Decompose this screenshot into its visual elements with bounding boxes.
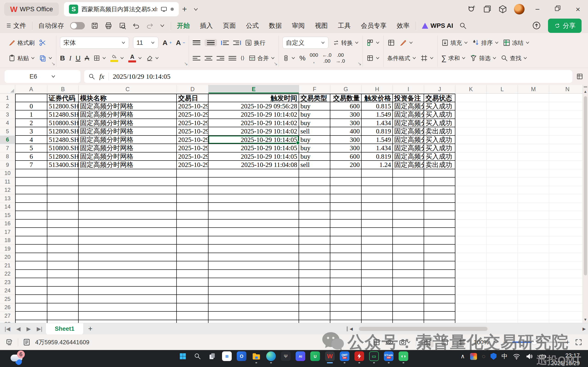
row-header-24[interactable]: 24: [0, 287, 15, 295]
format-painter-button[interactable]: 格式刷: [8, 39, 35, 47]
font-size-select[interactable]: 11: [133, 37, 158, 49]
cell-H5[interactable]: 0.819: [362, 127, 393, 136]
cell-B14[interactable]: [47, 203, 79, 211]
row-header-19[interactable]: 19: [0, 245, 15, 253]
cell-I25[interactable]: [393, 295, 424, 303]
comma-style-button[interactable]: 000,: [310, 52, 318, 64]
cell-L8[interactable]: [487, 152, 518, 161]
cell-N16[interactable]: [549, 220, 582, 228]
cell-E18[interactable]: [208, 236, 299, 245]
cell-J12[interactable]: [424, 186, 455, 194]
cell-M13[interactable]: [518, 194, 549, 203]
cell-D28[interactable]: [177, 320, 208, 323]
fill-button[interactable]: 填充: [441, 39, 468, 47]
cell-E25[interactable]: [208, 295, 299, 303]
fullscreen-icon[interactable]: [575, 338, 582, 346]
start-button[interactable]: [178, 351, 188, 366]
cell-B17[interactable]: [47, 228, 79, 236]
cell-I20[interactable]: [393, 253, 424, 262]
text-orientation-button[interactable]: ⟨⟩: [240, 55, 244, 61]
cell-J28[interactable]: [424, 320, 455, 323]
cell-A17[interactable]: [15, 228, 47, 236]
cell-I2[interactable]: 固定高频分时网格: [393, 102, 424, 111]
search-button[interactable]: [459, 22, 467, 30]
cell-K13[interactable]: [455, 194, 487, 203]
cell-M2[interactable]: [518, 102, 549, 111]
cell-A21[interactable]: [15, 261, 47, 270]
cell-E10[interactable]: [208, 169, 299, 178]
cell-G4[interactable]: 300: [330, 119, 362, 127]
cell-K15[interactable]: [455, 211, 487, 220]
column-header-E[interactable]: E: [208, 85, 299, 93]
row-header-8[interactable]: 8: [0, 152, 15, 161]
cell-J6[interactable]: 买入成功: [424, 136, 455, 144]
menu-tab-效率[interactable]: 效率: [397, 21, 410, 30]
cell-J4[interactable]: 买入成功: [424, 119, 455, 127]
cell-J10[interactable]: [424, 169, 455, 178]
cell-B5[interactable]: 512800.SH: [47, 127, 79, 136]
tray-shield-icon[interactable]: [491, 353, 496, 360]
select-all-corner[interactable]: [0, 85, 15, 93]
cell-L11[interactable]: [487, 177, 518, 186]
screenshot-icon[interactable]: [399, 338, 411, 346]
cell-G3[interactable]: 300: [330, 110, 362, 119]
cell-K3[interactable]: [455, 110, 487, 119]
cell-N6[interactable]: [549, 136, 582, 144]
cell-I18[interactable]: [393, 236, 424, 245]
align-middle-button[interactable]: [205, 39, 217, 46]
cell-E7[interactable]: 2025-10-29 10:14:05: [208, 144, 299, 152]
cell-F8[interactable]: buy: [299, 152, 330, 161]
row-header-27[interactable]: 27: [0, 312, 15, 320]
cell-N3[interactable]: [549, 110, 582, 119]
cell-D1[interactable]: 交易日: [177, 94, 208, 102]
format-as-frame-button[interactable]: [420, 54, 434, 62]
cell-J1[interactable]: 交易状态: [424, 94, 455, 102]
cell-B11[interactable]: [47, 177, 79, 186]
cell-H9[interactable]: 1.24: [362, 161, 393, 169]
cell-H6[interactable]: 1.549: [362, 136, 393, 144]
cell-C22[interactable]: [79, 270, 177, 278]
cell-K2[interactable]: [455, 102, 487, 111]
cell-I3[interactable]: 固定高频分时网格: [393, 110, 424, 119]
cell-J19[interactable]: [424, 245, 455, 253]
cell-B13[interactable]: [47, 194, 79, 203]
cell-N13[interactable]: [549, 194, 582, 203]
cell-D3[interactable]: 2025-10-29: [177, 110, 208, 119]
cell-A1[interactable]: [15, 94, 47, 102]
cell-L19[interactable]: [487, 245, 518, 253]
row-header-22[interactable]: 22: [0, 270, 15, 278]
battery-icon[interactable]: [538, 352, 547, 360]
search-taskbar-button[interactable]: [192, 351, 203, 366]
cell-D9[interactable]: 2025-10-29: [177, 161, 208, 169]
cell-G20[interactable]: [330, 253, 362, 262]
cell-I17[interactable]: [393, 228, 424, 236]
clear-format-button[interactable]: [146, 55, 159, 62]
cell-L9[interactable]: [487, 161, 518, 169]
cell-K6[interactable]: [455, 136, 487, 144]
cell-E16[interactable]: [208, 220, 299, 228]
cell-K22[interactable]: [455, 270, 487, 278]
cell-G9[interactable]: 200: [330, 161, 362, 169]
font-name-select[interactable]: 宋体: [60, 37, 129, 49]
game-app-button[interactable]: Ψ: [281, 351, 291, 366]
cell-N15[interactable]: [549, 211, 582, 220]
cell-layout-button[interactable]: [366, 54, 380, 62]
column-header-G[interactable]: G: [330, 85, 362, 93]
cell-L15[interactable]: [487, 211, 518, 220]
group-expander-icon[interactable]: ↘: [184, 61, 188, 66]
cell-A25[interactable]: [15, 295, 47, 303]
cell-L23[interactable]: [487, 278, 518, 287]
cell-E20[interactable]: [208, 253, 299, 262]
cell-L22[interactable]: [487, 270, 518, 278]
cell-L1[interactable]: [487, 94, 518, 102]
cell-F28[interactable]: [299, 320, 330, 323]
cell-L3[interactable]: [487, 110, 518, 119]
cell-A7[interactable]: 5: [15, 144, 47, 152]
cell-L25[interactable]: [487, 295, 518, 303]
sort-button[interactable]: 排序: [472, 39, 499, 47]
cell-B26[interactable]: [47, 303, 79, 312]
cell-I5[interactable]: 固定高频分时网格: [393, 127, 424, 136]
increase-font-button[interactable]: A+: [162, 39, 172, 47]
cell-K16[interactable]: [455, 220, 487, 228]
column-header-K[interactable]: K: [455, 85, 487, 93]
